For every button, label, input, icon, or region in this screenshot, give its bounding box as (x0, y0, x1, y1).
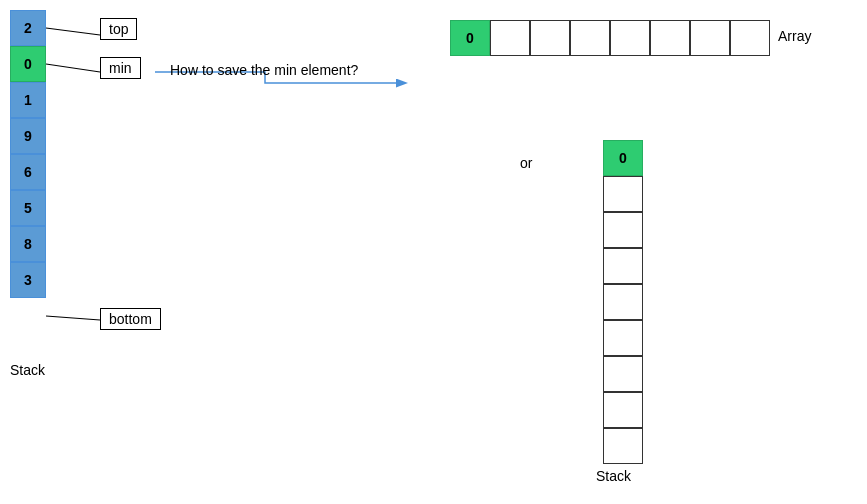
vstack-cell-2 (603, 212, 643, 248)
min-label: min (100, 57, 141, 79)
svg-line-1 (46, 64, 100, 72)
right-stack-label: Stack (596, 468, 631, 484)
array-container: 0 (450, 20, 770, 56)
stack-cell-4: 6 (10, 154, 46, 190)
top-label: top (100, 18, 137, 40)
array-cell-1 (490, 20, 530, 56)
array-cell-7 (730, 20, 770, 56)
stack-label: Stack (10, 362, 45, 378)
stack-cell-3: 9 (10, 118, 46, 154)
array-label: Array (778, 28, 811, 44)
question-text: How to save the min element? (170, 62, 358, 78)
vstack-cell-1 (603, 176, 643, 212)
stack-cell-1: 0 (10, 46, 46, 82)
array-cell-0: 0 (450, 20, 490, 56)
vstack-cell-8 (603, 428, 643, 464)
right-stack: 0 (603, 140, 643, 464)
vstack-cell-6 (603, 356, 643, 392)
stack-cell-6: 8 (10, 226, 46, 262)
svg-line-0 (46, 28, 100, 35)
svg-line-2 (46, 316, 100, 320)
stack-cell-2: 1 (10, 82, 46, 118)
stack-cell-0: 2 (10, 10, 46, 46)
array-cell-6 (690, 20, 730, 56)
array-cell-2 (530, 20, 570, 56)
vstack-cell-4 (603, 284, 643, 320)
vstack-cell-7 (603, 392, 643, 428)
vstack-cell-0: 0 (603, 140, 643, 176)
array-cell-3 (570, 20, 610, 56)
stack-cell-5: 5 (10, 190, 46, 226)
vstack-cell-5 (603, 320, 643, 356)
or-text: or (520, 155, 532, 171)
left-stack: 20196583 (10, 10, 46, 298)
stack-cell-7: 3 (10, 262, 46, 298)
array-cell-4 (610, 20, 650, 56)
array-cell-5 (650, 20, 690, 56)
bottom-label: bottom (100, 308, 161, 330)
vstack-cell-3 (603, 248, 643, 284)
